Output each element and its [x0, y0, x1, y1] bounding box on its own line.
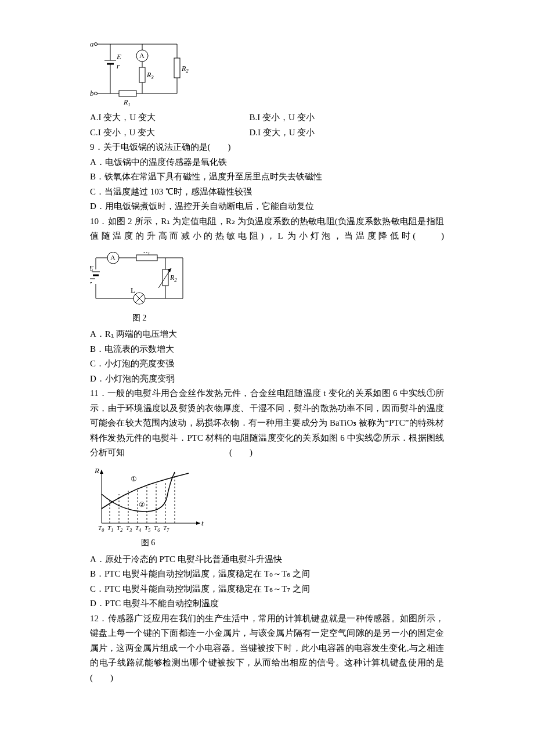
svg-rect-23	[119, 91, 136, 96]
svg-marker-52	[100, 470, 103, 474]
svg-text:R: R	[94, 466, 99, 475]
q10-figure-caption: 图 2	[90, 311, 189, 325]
svg-text:R1: R1	[123, 98, 131, 107]
svg-text:A: A	[110, 254, 116, 262]
svg-text:R2: R2	[169, 273, 177, 283]
svg-text:b: b	[90, 89, 94, 98]
svg-text:a: a	[90, 39, 94, 48]
q8-option-a: A.I 变大，U 变大	[90, 110, 250, 125]
q10-option-a: A．R₁ 两端的电压增大	[90, 327, 444, 342]
svg-text:R2: R2	[181, 64, 189, 74]
svg-text:t: t	[201, 519, 204, 527]
svg-text:T5: T5	[145, 524, 150, 533]
q8-option-d: D.I 变大，U 变小	[250, 125, 409, 141]
q11-graph-figure: R t ① ② T0 T1 T2	[90, 465, 444, 550]
svg-text:①: ①	[131, 475, 137, 483]
svg-point-2	[95, 92, 98, 95]
svg-text:A: A	[139, 52, 145, 60]
q9-option-a: A．电饭锅中的温度传感器是氧化铁	[90, 155, 444, 170]
q9-option-c: C．当温度越过 103 ℃时，感温体磁性较强	[90, 185, 444, 200]
svg-text:T0: T0	[98, 524, 104, 533]
q9-option-d: D．用电饭锅煮饭时，温控开关自动断电后，它能自动复位	[90, 199, 444, 214]
svg-rect-37	[136, 255, 157, 261]
svg-text:E: E	[90, 264, 93, 272]
svg-text:L: L	[131, 286, 135, 294]
q10-option-b: B．电流表的示数增大	[90, 342, 444, 357]
q10-option-c: C．小灯泡的亮度变强	[90, 357, 444, 372]
q8-option-b: B.I 变小，U 变小	[250, 110, 409, 125]
q10-stem: 10．如图 2 所示，R₁ 为定值电阻，R₂ 为负温度系数的热敏电阻(负温度系数…	[90, 214, 444, 244]
q11-stem: 11．一般的电熨斗用合金丝作发热元件，合金丝电阻随温度 t 变化的关系如图 6 …	[90, 386, 444, 460]
svg-text:T7: T7	[163, 524, 169, 533]
q10-circuit-figure: E r A R1 L R2 图 2	[90, 252, 444, 325]
svg-marker-50	[196, 521, 200, 525]
svg-text:E: E	[116, 52, 121, 61]
q11-option-d: D．PTC 电熨斗不能自动控制温度	[90, 596, 444, 611]
svg-rect-16	[139, 67, 145, 82]
q11-figure-caption: 图 6	[90, 536, 206, 550]
q9-option-b: B．铁氧体在常温下具有磁性，温度升至居里点时失去铁磁性	[90, 170, 444, 185]
q10-option-d: D．小灯泡的亮度变弱	[90, 372, 444, 387]
svg-point-0	[95, 43, 98, 46]
svg-text:r: r	[117, 62, 120, 70]
q11-option-b: B．PTC 电熨斗能自动控制温度，温度稳定在 T₀～T₆ 之间	[90, 567, 444, 582]
q11-option-c: C．PTC 电熨斗能自动控制温度，温度稳定在 T₆～T₇ 之间	[90, 582, 444, 597]
svg-text:T3: T3	[126, 524, 132, 533]
svg-text:②: ②	[139, 501, 145, 509]
q9-stem: 9．关于电饭锅的说法正确的是( )	[90, 140, 444, 155]
q8-circuit-figure: a b E r A R3 R2	[90, 38, 444, 108]
svg-text:T6: T6	[154, 524, 160, 533]
svg-text:T4: T4	[135, 524, 141, 533]
svg-rect-20	[174, 58, 180, 78]
svg-text:T1: T1	[107, 524, 113, 533]
svg-text:T2: T2	[117, 524, 122, 533]
svg-text:R3: R3	[146, 71, 154, 80]
q12-stem: 12．传感器广泛应用在我们的生产生活中，常用的计算机键盘就是一种传感器。如图所示…	[90, 611, 444, 686]
svg-text:r: r	[90, 279, 92, 287]
q11-option-a: A．原处于冷态的 PTC 电熨斗比普通电熨斗升温快	[90, 552, 444, 567]
q8-option-c: C.I 变小，U 变大	[90, 125, 250, 141]
